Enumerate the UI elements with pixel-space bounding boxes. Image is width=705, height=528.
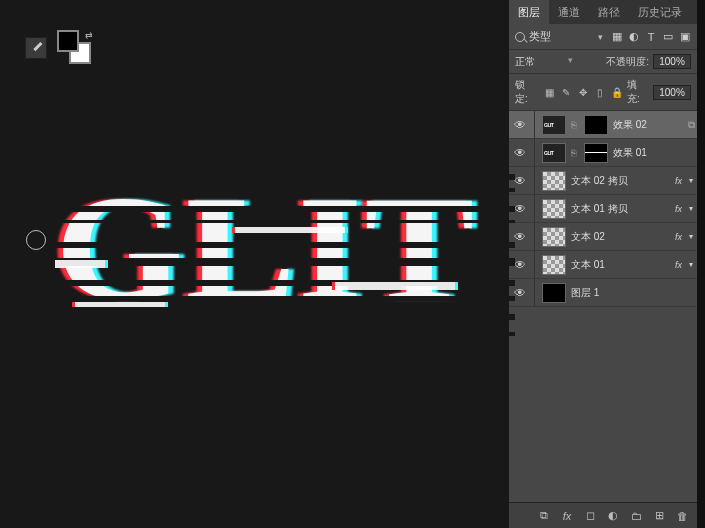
tab-layers[interactable]: 图层 (509, 0, 549, 24)
layer-name[interactable]: 文本 02 (571, 230, 670, 244)
layer-mask-thumbnail[interactable] (584, 115, 608, 135)
layer-name[interactable]: 文本 01 拷贝 (571, 202, 670, 216)
adjustment-layer-icon[interactable]: ◐ (606, 509, 620, 523)
link-layers-icon[interactable]: ⧉ (537, 509, 551, 523)
fill-input[interactable] (653, 85, 691, 100)
layer-row[interactable]: 👁 ⎘ 效果 01 (509, 139, 697, 167)
brush-cursor-icon (26, 230, 46, 250)
layer-row[interactable]: 👁 图层 1 (509, 279, 697, 307)
mask-link-icon[interactable]: ⎘ (571, 120, 579, 130)
layers-list: 👁 ⎘ 效果 02 ⧉ 👁 ⎘ 效果 01 👁 文本 02 拷贝 fx ▾ 👁 (509, 111, 697, 502)
lock-brush-icon[interactable]: ✎ (560, 86, 572, 98)
visibility-toggle-icon[interactable]: 👁 (513, 286, 527, 300)
fx-badge[interactable]: fx (675, 204, 682, 214)
tab-paths[interactable]: 路径 (589, 0, 629, 24)
layer-name[interactable]: 效果 01 (613, 146, 693, 160)
filter-shape-icon[interactable]: ▭ (662, 31, 674, 43)
lock-pixels-icon[interactable]: ▦ (543, 86, 555, 98)
layer-filter-row: 类型 ▦ ◐ T ▭ ▣ (509, 24, 697, 50)
new-group-icon[interactable]: 🗀 (629, 509, 643, 523)
fx-badge[interactable]: fx (675, 176, 682, 186)
layer-mask-thumbnail[interactable] (584, 143, 608, 163)
lock-row: 锁定: ▦ ✎ ✥ ▯ 🔒 填充: (509, 74, 697, 111)
opacity-input[interactable] (653, 54, 691, 69)
fx-badge[interactable]: fx (675, 232, 682, 242)
filter-smart-icon[interactable]: ▣ (679, 31, 691, 43)
layer-row[interactable]: 👁 文本 01 拷贝 fx ▾ (509, 195, 697, 223)
layer-thumbnail[interactable] (542, 115, 566, 135)
visibility-toggle-icon[interactable]: 👁 (513, 230, 527, 244)
layer-name[interactable]: 文本 02 拷贝 (571, 174, 670, 188)
lock-position-icon[interactable]: ✥ (577, 86, 589, 98)
link-indicator-icon: ⧉ (688, 119, 695, 131)
layer-thumbnail[interactable] (542, 143, 566, 163)
layers-panel: 图层 通道 路径 历史记录 类型 ▦ ◐ T ▭ ▣ 正常 不透明度: 锁定: … (509, 0, 697, 528)
layer-row[interactable]: 👁 文本 02 拷贝 fx ▾ (509, 167, 697, 195)
opacity-label: 不透明度: (606, 55, 649, 69)
filter-type-icon[interactable]: T (645, 31, 657, 43)
add-mask-icon[interactable]: ◻ (583, 509, 597, 523)
mask-link-icon[interactable]: ⎘ (571, 148, 579, 158)
visibility-toggle-icon[interactable]: 👁 (513, 202, 527, 216)
chevron-down-icon[interactable]: ▾ (689, 232, 693, 241)
fill-label: 填充: (627, 78, 649, 106)
lock-label: 锁定: (515, 78, 537, 106)
chevron-down-icon[interactable]: ▾ (689, 204, 693, 213)
glitch-text-artwork: GLIT GLIT GLIT (55, 162, 515, 352)
fx-badge[interactable]: fx (675, 260, 682, 270)
swap-colors-icon[interactable]: ⇄ (85, 30, 93, 40)
tab-channels[interactable]: 通道 (549, 0, 589, 24)
lock-all-icon[interactable]: 🔒 (611, 86, 623, 98)
lock-artboard-icon[interactable]: ▯ (594, 86, 606, 98)
blend-mode-dropdown[interactable]: 正常 (515, 55, 573, 69)
visibility-toggle-icon[interactable]: 👁 (513, 174, 527, 188)
new-layer-icon[interactable]: ⊞ (652, 509, 666, 523)
blend-mode-value: 正常 (515, 55, 535, 69)
layers-panel-footer: ⧉ fx ◻ ◐ 🗀 ⊞ 🗑 (509, 502, 697, 528)
filter-adjust-icon[interactable]: ◐ (628, 31, 640, 43)
glitch-base-text: GLIT (55, 162, 476, 334)
layer-name[interactable]: 效果 02 (613, 118, 693, 132)
search-icon[interactable] (515, 32, 525, 42)
filter-pixel-icon[interactable]: ▦ (611, 31, 623, 43)
layer-style-icon[interactable]: fx (560, 509, 574, 523)
visibility-toggle-icon[interactable]: 👁 (513, 258, 527, 272)
tab-history[interactable]: 历史记录 (629, 0, 691, 24)
layer-thumbnail[interactable] (542, 283, 566, 303)
visibility-toggle-icon[interactable]: 👁 (513, 118, 527, 132)
brush-preview-icon[interactable] (25, 37, 47, 59)
layer-name[interactable]: 图层 1 (571, 286, 693, 300)
color-swatch-group[interactable]: ⇄ (57, 30, 93, 66)
layer-row[interactable]: 👁 文本 01 fx ▾ (509, 251, 697, 279)
layer-thumbnail[interactable] (542, 199, 566, 219)
delete-layer-icon[interactable]: 🗑 (675, 509, 689, 523)
layer-thumbnail[interactable] (542, 171, 566, 191)
chevron-down-icon[interactable]: ▾ (689, 176, 693, 185)
tool-options-bar: ⇄ (25, 30, 93, 66)
layer-thumbnail[interactable] (542, 255, 566, 275)
canvas-area[interactable]: ⇄ GLIT GLIT GLIT (0, 0, 512, 528)
chevron-down-icon[interactable]: ▾ (689, 260, 693, 269)
filter-type-dropdown[interactable]: 类型 (529, 29, 603, 44)
layer-row[interactable]: 👁 ⎘ 效果 02 ⧉ (509, 111, 697, 139)
blend-mode-row: 正常 不透明度: (509, 50, 697, 74)
visibility-toggle-icon[interactable]: 👁 (513, 146, 527, 160)
layer-thumbnail[interactable] (542, 227, 566, 247)
panel-tabs: 图层 通道 路径 历史记录 (509, 0, 697, 24)
layer-row[interactable]: 👁 文本 02 fx ▾ (509, 223, 697, 251)
foreground-color-swatch[interactable] (57, 30, 79, 52)
layer-name[interactable]: 文本 01 (571, 258, 670, 272)
filter-type-label: 类型 (529, 29, 551, 44)
